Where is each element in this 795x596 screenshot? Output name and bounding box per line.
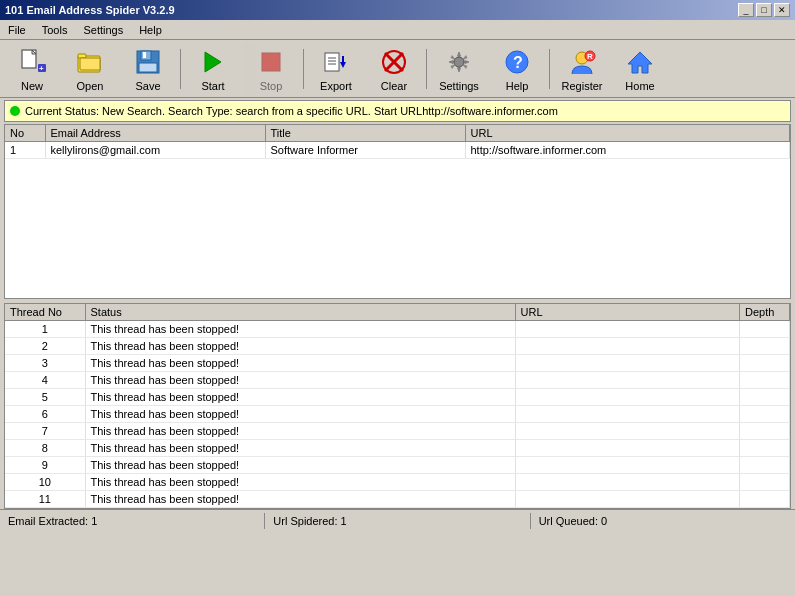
cell-thread-depth <box>740 389 790 406</box>
status-indicator <box>10 106 20 116</box>
col-status: Status <box>85 304 515 321</box>
stop-icon <box>255 46 287 78</box>
menu-tools[interactable]: Tools <box>38 23 72 37</box>
cell-thread-depth <box>740 423 790 440</box>
col-thread-url: URL <box>515 304 740 321</box>
clear-label: Clear <box>381 80 407 92</box>
thread-table-row[interactable]: 9 This thread has been stopped! <box>5 457 790 474</box>
open-label: Open <box>77 80 104 92</box>
register-icon: R <box>566 46 598 78</box>
email-extracted-section: Email Extracted: 1 <box>0 513 265 529</box>
cell-thread-url <box>515 338 740 355</box>
cell-thread-status: This thread has been stopped! <box>85 355 515 372</box>
export-label: Export <box>320 80 352 92</box>
help-button[interactable]: ? Help <box>489 43 545 95</box>
svg-marker-19 <box>340 62 346 68</box>
cell-thread-status: This thread has been stopped! <box>85 389 515 406</box>
cell-thread-url <box>515 321 740 338</box>
maximize-button[interactable]: □ <box>756 3 772 17</box>
cell-thread-depth <box>740 321 790 338</box>
cell-thread-status: This thread has been stopped! <box>85 440 515 457</box>
new-button[interactable]: + New <box>4 43 60 95</box>
cell-url: http://software.informer.com <box>465 142 790 159</box>
email-table-container: No Email Address Title URL 1 kellylirons… <box>4 124 791 299</box>
thread-table-row[interactable]: 11 This thread has been stopped! <box>5 491 790 508</box>
cell-thread-status: This thread has been stopped! <box>85 474 515 491</box>
clear-icon <box>378 46 410 78</box>
cell-thread-url <box>515 372 740 389</box>
thread-table-row[interactable]: 5 This thread has been stopped! <box>5 389 790 406</box>
cell-thread-status: This thread has been stopped! <box>85 423 515 440</box>
cell-thread-status: This thread has been stopped! <box>85 321 515 338</box>
register-button[interactable]: R Register <box>554 43 610 95</box>
thread-table-row[interactable]: 6 This thread has been stopped! <box>5 406 790 423</box>
cell-thread-depth <box>740 474 790 491</box>
svg-marker-13 <box>205 52 221 72</box>
cell-thread-no: 9 <box>5 457 85 474</box>
separator-4 <box>549 49 550 89</box>
thread-table-row[interactable]: 8 This thread has been stopped! <box>5 440 790 457</box>
window-controls: _ □ ✕ <box>738 3 790 17</box>
svg-rect-7 <box>78 54 86 58</box>
col-depth: Depth <box>740 304 790 321</box>
start-label: Start <box>201 80 224 92</box>
cell-thread-no: 6 <box>5 406 85 423</box>
thread-table-row[interactable]: 7 This thread has been stopped! <box>5 423 790 440</box>
cell-thread-no: 4 <box>5 372 85 389</box>
col-title: Title <box>265 125 465 142</box>
settings-icon <box>443 46 475 78</box>
url-spidered-section: Url Spidered: 1 <box>265 513 530 529</box>
cell-thread-status: This thread has been stopped! <box>85 406 515 423</box>
stop-button[interactable]: Stop <box>243 43 299 95</box>
svg-point-24 <box>454 57 464 67</box>
start-button[interactable]: Start <box>185 43 241 95</box>
svg-rect-8 <box>80 58 100 70</box>
thread-table-row[interactable]: 10 This thread has been stopped! <box>5 474 790 491</box>
export-icon <box>320 46 352 78</box>
export-button[interactable]: Export <box>308 43 364 95</box>
col-no: No <box>5 125 45 142</box>
clear-button[interactable]: Clear <box>366 43 422 95</box>
cell-email: kellylirons@gmail.com <box>45 142 265 159</box>
cell-thread-status: This thread has been stopped! <box>85 372 515 389</box>
cell-thread-url <box>515 440 740 457</box>
cell-thread-url <box>515 389 740 406</box>
thread-table-row[interactable]: 3 This thread has been stopped! <box>5 355 790 372</box>
settings-label: Settings <box>439 80 479 92</box>
help-icon: ? <box>501 46 533 78</box>
save-button[interactable]: Save <box>120 43 176 95</box>
cell-thread-depth <box>740 457 790 474</box>
cell-thread-no: 11 <box>5 491 85 508</box>
cell-thread-depth <box>740 372 790 389</box>
menu-file[interactable]: File <box>4 23 30 37</box>
menu-help[interactable]: Help <box>135 23 166 37</box>
window-title: 101 Email Address Spider V3.2.9 <box>5 4 175 16</box>
cell-thread-depth <box>740 355 790 372</box>
thread-table-row[interactable]: 2 This thread has been stopped! <box>5 338 790 355</box>
help-label: Help <box>506 80 529 92</box>
email-extracted-text: Email Extracted: 1 <box>8 515 97 527</box>
home-icon <box>624 46 656 78</box>
close-button[interactable]: ✕ <box>774 3 790 17</box>
home-button[interactable]: Home <box>612 43 668 95</box>
cell-thread-depth <box>740 491 790 508</box>
minimize-button[interactable]: _ <box>738 3 754 17</box>
cell-thread-depth <box>740 440 790 457</box>
settings-button[interactable]: Settings <box>431 43 487 95</box>
cell-thread-url <box>515 457 740 474</box>
cell-thread-status: This thread has been stopped! <box>85 338 515 355</box>
stop-label: Stop <box>260 80 283 92</box>
cell-thread-url <box>515 406 740 423</box>
save-icon <box>132 46 164 78</box>
cell-thread-no: 1 <box>5 321 85 338</box>
menu-settings[interactable]: Settings <box>79 23 127 37</box>
status-footer: Email Extracted: 1 Url Spidered: 1 Url Q… <box>0 509 795 531</box>
thread-table-row[interactable]: 4 This thread has been stopped! <box>5 372 790 389</box>
register-label: Register <box>562 80 603 92</box>
email-table-row[interactable]: 1 kellylirons@gmail.com Software Informe… <box>5 142 790 159</box>
open-button[interactable]: Open <box>62 43 118 95</box>
open-icon <box>74 46 106 78</box>
thread-table-row[interactable]: 1 This thread has been stopped! <box>5 321 790 338</box>
main-content: No Email Address Title URL 1 kellylirons… <box>0 124 795 509</box>
cell-thread-url <box>515 423 740 440</box>
